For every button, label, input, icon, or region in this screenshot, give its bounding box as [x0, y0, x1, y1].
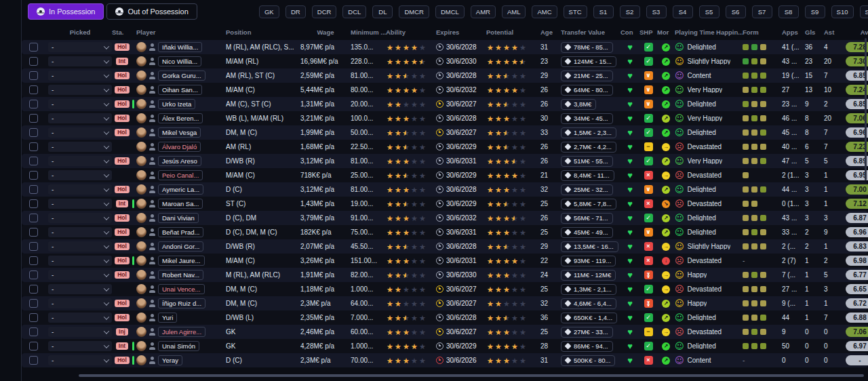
row-checkbox[interactable] [29, 214, 38, 222]
header-mor[interactable]: Mor [657, 28, 675, 36]
tab-in-possession[interactable]: In Possession [28, 3, 104, 20]
table-row[interactable]: - Hol Gorka Guru... AM (RL), ST (C) 2,59… [22, 68, 868, 83]
picked-dropdown[interactable]: - [48, 199, 112, 209]
table-row[interactable]: - Inj Julen Agirre... GK 2,46M€ p/a 60.0… [22, 325, 868, 339]
table-row[interactable]: - Hol Beñat Prad... D (C), DM, M (C) 182… [22, 225, 868, 239]
header-age[interactable]: Age [540, 28, 561, 36]
row-checkbox[interactable] [29, 85, 38, 94]
position-filter-dr[interactable]: DR [285, 5, 306, 18]
player-name[interactable]: Mikel Jaure... [158, 256, 205, 266]
position-filter-dcr[interactable]: DCR [312, 5, 337, 18]
picked-dropdown[interactable]: - [48, 142, 112, 152]
player-name[interactable]: Andoni Gor... [158, 241, 203, 252]
player-name[interactable]: Íñigo Ruiz d... [158, 298, 205, 308]
header-shp[interactable]: SHP [639, 28, 657, 36]
picked-dropdown[interactable]: - [48, 327, 112, 337]
position-filter-s3[interactable]: S3 [646, 5, 667, 18]
picked-dropdown[interactable]: - [48, 270, 112, 280]
row-checkbox[interactable] [29, 242, 38, 251]
table-row[interactable]: - Unai Vence... DM, M (C) 1,18M€ p/a 1.0… [22, 282, 868, 296]
row-checkbox[interactable] [29, 171, 38, 180]
picked-dropdown[interactable]: - [48, 227, 112, 237]
table-row[interactable]: - Hol Aymeric La... D (C) 3,12M€ p/a 81.… [22, 182, 868, 197]
table-row[interactable]: - Peio Canal... M/AM (C) 718K€ p/a 25.00… [22, 168, 868, 182]
position-filter-amr[interactable]: AMR [471, 5, 496, 18]
position-filter-dmcl[interactable]: DMCL [435, 5, 465, 18]
table-row[interactable]: - Hol Mikel Jaure... M/AM (C) 3,26M€ p/a… [22, 254, 868, 268]
row-checkbox[interactable] [29, 356, 38, 365]
table-row[interactable]: - Hol Dani Vivian D (C), DM 3,79M€ p/a 9… [22, 211, 868, 225]
player-name[interactable]: Robert Nav... [158, 270, 203, 280]
picked-dropdown[interactable]: - [48, 156, 112, 166]
position-filter-s6[interactable]: S6 [726, 5, 746, 18]
header-ast[interactable]: Ast [824, 28, 844, 36]
tab-out-of-possession[interactable]: Out of Possession [106, 3, 197, 20]
table-row[interactable]: - Hol Urko Izeta AM (C), ST (C) 1,31M€ p… [22, 97, 868, 111]
player-name[interactable]: Yeray [158, 355, 182, 365]
player-name[interactable]: Yuri [158, 313, 177, 323]
row-checkbox[interactable] [29, 43, 38, 52]
picked-dropdown[interactable]: - [48, 313, 112, 323]
player-name[interactable]: Oihan San... [158, 85, 202, 95]
picked-dropdown[interactable]: - [48, 99, 112, 109]
header-expires[interactable]: Expires [436, 28, 486, 36]
position-filter-s2[interactable]: S2 [620, 5, 640, 18]
table-row[interactable]: - Hol Yeray D (C) 2,3M€ p/a 70.00... ★★★… [22, 353, 868, 367]
player-name[interactable]: Julen Agirre... [158, 327, 205, 337]
position-filter-s1[interactable]: S1 [593, 5, 614, 18]
picked-dropdown[interactable]: - [48, 341, 112, 351]
row-checkbox[interactable] [29, 228, 38, 237]
picked-dropdown[interactable]: - [48, 113, 112, 123]
vertical-scrollbar[interactable] [865, 38, 867, 180]
picked-dropdown[interactable]: - [48, 355, 112, 365]
table-row[interactable]: - Álvaro Djaló AM (RL) 1,68M€ p/a 22.50.… [22, 140, 868, 154]
picked-dropdown[interactable]: - [48, 184, 112, 195]
picked-dropdown[interactable]: - [48, 298, 112, 308]
row-checkbox[interactable] [29, 100, 38, 108]
header-sta[interactable]: Sta. [112, 28, 132, 36]
row-checkbox[interactable] [29, 199, 38, 208]
row-checkbox[interactable] [29, 128, 38, 137]
player-name[interactable]: Iñaki Willia... [158, 42, 202, 52]
picked-dropdown[interactable]: - [48, 213, 112, 223]
picked-dropdown[interactable]: - [48, 170, 112, 180]
position-filter-s9[interactable]: S9 [805, 5, 825, 18]
player-name[interactable]: Álvaro Djaló [158, 142, 201, 152]
player-name[interactable]: Peio Canal... [158, 170, 203, 180]
picked-dropdown[interactable]: - [48, 42, 112, 52]
table-row[interactable]: - Int Unai Simón GK 4,28M€ p/a 1.000... … [22, 339, 868, 353]
position-filter-s10[interactable]: S10 [831, 5, 854, 18]
player-name[interactable]: Urko Izeta [158, 99, 195, 109]
table-row[interactable]: - Hol Andoni Gor... D/WB (R) 2,07M€ p/a … [22, 239, 868, 254]
picked-dropdown[interactable]: - [48, 241, 112, 252]
picked-dropdown[interactable]: - [48, 127, 112, 138]
header-form[interactable]: Form [743, 28, 782, 36]
table-row[interactable]: - Hol Yuri D/WB (L) 2,35M€ p/a 7.000... … [22, 310, 868, 325]
row-checkbox[interactable] [29, 57, 38, 66]
picked-dropdown[interactable]: - [48, 71, 112, 81]
position-filter-s4[interactable]: S4 [673, 5, 693, 18]
table-row[interactable]: - Hol Iñaki Willia... M (RL), AM (RLC), … [22, 40, 868, 54]
picked-dropdown[interactable]: - [48, 284, 112, 294]
row-checkbox[interactable] [29, 342, 38, 350]
table-row[interactable]: - Hol Mikel Vesga DM, M (C) 1,99M€ p/a 5… [22, 125, 868, 140]
player-name[interactable]: Jesús Areso [158, 156, 201, 166]
row-checkbox[interactable] [29, 270, 38, 279]
row-checkbox[interactable] [29, 142, 38, 151]
player-name[interactable]: Álex Beren... [158, 113, 203, 123]
row-checkbox[interactable] [29, 285, 38, 294]
row-checkbox[interactable] [29, 185, 38, 194]
header-apps[interactable]: Apps [782, 28, 805, 36]
player-name[interactable]: Unai Vence... [158, 284, 205, 294]
table-row[interactable]: - Hol Jesús Areso D/WB (R) 3,12M€ p/a 81… [22, 154, 868, 168]
position-filter-dcl[interactable]: DCL [342, 5, 366, 18]
position-filter-aml[interactable]: AML [502, 5, 526, 18]
header-position[interactable]: Position [226, 28, 300, 36]
position-filter-stc[interactable]: STC [564, 5, 587, 18]
player-name[interactable]: Gorka Guru... [158, 71, 205, 81]
player-name[interactable]: Maroan Sa... [158, 199, 203, 209]
position-filter-dmcr[interactable]: DMCR [399, 5, 429, 18]
header-avg[interactable]: Avg. [844, 28, 868, 36]
player-name[interactable]: Mikel Vesga [158, 127, 201, 138]
position-filter-gk[interactable]: GK [259, 5, 279, 18]
